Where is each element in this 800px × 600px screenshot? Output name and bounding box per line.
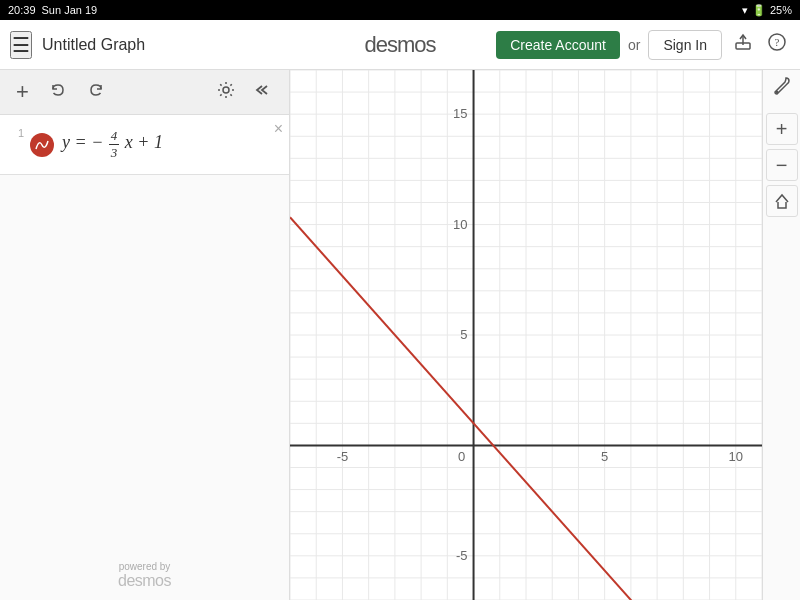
gear-icon	[217, 81, 235, 99]
add-expression-button[interactable]: +	[10, 75, 35, 109]
sign-in-button[interactable]: Sign In	[648, 30, 722, 60]
powered-by: powered by desmos	[0, 551, 289, 600]
status-day: Sun Jan 19	[42, 4, 98, 16]
graph-area[interactable]	[290, 70, 762, 600]
main: + 1	[0, 70, 800, 600]
zoom-home-button[interactable]	[766, 185, 798, 217]
battery-icon: 🔋	[752, 4, 766, 17]
wrench-icon	[772, 76, 792, 96]
redo-button[interactable]	[81, 77, 111, 108]
expression-number: 1	[8, 123, 24, 139]
help-icon: ?	[768, 33, 786, 51]
powered-by-logo: desmos	[10, 572, 279, 590]
settings-button[interactable]	[211, 77, 241, 108]
sidebar-toolbar: +	[0, 70, 289, 115]
graph-canvas	[290, 70, 762, 600]
expression-list: 1 y = − 4 3 x + 1 ×	[0, 115, 289, 551]
right-toolbar: + −	[762, 70, 800, 600]
expression-close-button[interactable]: ×	[274, 121, 283, 137]
collapse-icon	[255, 81, 273, 99]
zoom-out-button[interactable]: −	[766, 149, 798, 181]
menu-button[interactable]: ☰	[10, 31, 32, 59]
expression-color-icon[interactable]	[30, 133, 54, 157]
status-time: 20:39	[8, 4, 36, 16]
graph-title: Untitled Graph	[42, 36, 145, 54]
svg-point-4	[223, 87, 229, 93]
svg-point-5	[775, 91, 778, 94]
undo-icon	[49, 81, 67, 99]
share-button[interactable]	[730, 29, 756, 60]
undo-button[interactable]	[43, 77, 73, 108]
expression-icon-svg	[34, 137, 50, 153]
header-left: ☰ Untitled Graph	[10, 31, 145, 59]
create-account-button[interactable]: Create Account	[496, 31, 620, 59]
zoom-in-button[interactable]: +	[766, 113, 798, 145]
wifi-icon: ▾	[742, 4, 748, 17]
svg-text:?: ?	[775, 36, 780, 48]
share-icon	[734, 33, 752, 51]
header: ☰ Untitled Graph desmos Create Account o…	[0, 20, 800, 70]
status-bar: 20:39 Sun Jan 19 ▾ 🔋 25%	[0, 0, 800, 20]
header-center: desmos	[364, 32, 435, 58]
sidebar: + 1	[0, 70, 290, 600]
redo-icon	[87, 81, 105, 99]
collapse-panel-button[interactable]	[249, 77, 279, 108]
home-icon	[774, 193, 790, 209]
help-button[interactable]: ?	[764, 29, 790, 60]
battery-level: 25%	[770, 4, 792, 16]
status-right: ▾ 🔋 25%	[742, 4, 792, 17]
or-text: or	[628, 37, 640, 53]
expression-item: 1 y = − 4 3 x + 1 ×	[0, 115, 289, 175]
status-left: 20:39 Sun Jan 19	[8, 4, 97, 16]
wrench-button[interactable]	[772, 76, 792, 101]
desmos-logo: desmos	[364, 32, 435, 57]
expression-formula[interactable]: y = − 4 3 x + 1	[62, 128, 163, 160]
powered-by-text: powered by	[10, 561, 279, 572]
header-right: Create Account or Sign In ?	[496, 29, 790, 60]
